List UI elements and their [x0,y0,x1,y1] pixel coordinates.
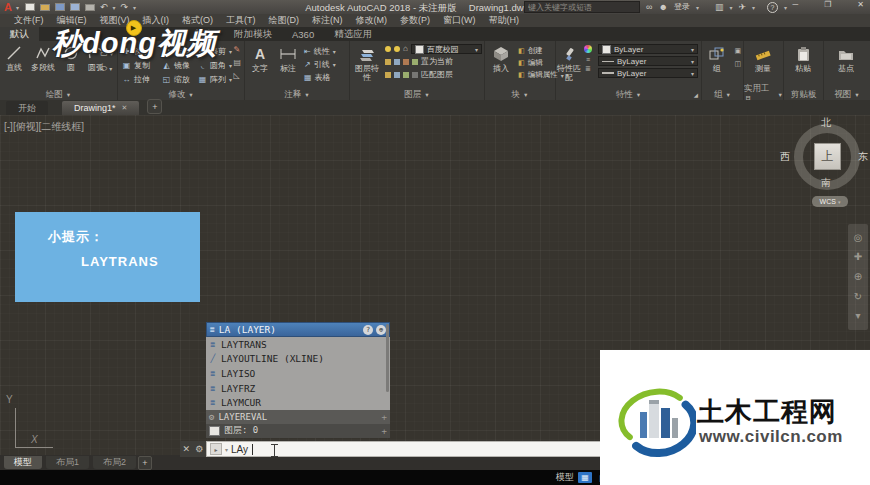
redo-icon[interactable]: ↷ [121,2,129,12]
sysvar-row-layereval[interactable]: ⚙ LAYEREVAL + [206,410,390,424]
save-as-icon[interactable] [70,3,80,11]
menu-item[interactable]: 参数(P) [400,14,430,27]
new-file-icon[interactable] [25,3,35,11]
status-model-label[interactable]: 模型 [556,471,574,484]
panel-label-block[interactable]: 块▼ [485,89,555,100]
current-layer-row[interactable]: 图层: 0 + [206,424,390,438]
ribbon-tab[interactable]: 精选应用 [324,27,382,41]
annotate-tool-button[interactable]: ⇤ 线性▾ [304,46,336,57]
layer-tool-icon-5[interactable] [385,72,391,78]
match-properties-button[interactable]: 特性匹配 [557,44,581,82]
color-dropdown[interactable]: ByLayer▾ [598,44,698,54]
erase-icon[interactable]: ✎ [233,45,241,54]
viewcube-west-label[interactable]: 西 [780,150,790,164]
undo-icon[interactable]: ↶ [100,2,108,12]
search-icon[interactable]: ∞ [646,2,652,12]
qat-dropdown-icon[interactable]: ▾ [133,4,136,11]
comm-arrow-icon[interactable]: ▾ [752,4,755,11]
layer-properties-button[interactable]: 图层特性 [352,44,382,82]
lineweight-icon[interactable]: ≣ [585,66,591,71]
panel-label-view[interactable]: 视图▼ [824,89,870,100]
layout-tab[interactable]: 布局2 [93,456,136,469]
match-layer-button[interactable]: 匹配图层 [385,69,482,80]
expand-icon-2[interactable]: + [382,426,387,436]
panel-label-group[interactable]: 组▼ [702,89,743,100]
layer-thaw-icon[interactable] [394,46,400,52]
nav-tool-icon[interactable]: ▾ [855,311,860,321]
layer-tool-icon-8[interactable] [412,72,418,78]
layer-tool-icon-1[interactable] [385,59,391,65]
autocomplete-item[interactable]: ≣ LAYISO [206,366,390,381]
measure-button[interactable]: 测量 [750,44,776,73]
annotate-tool-button[interactable]: ↗ 引线▾ [304,59,336,70]
nav-tool-icon[interactable]: ⊕ [854,272,862,282]
command-close-icon[interactable]: ✕ [183,444,191,454]
open-file-icon[interactable] [40,4,50,11]
autocomplete-selected-item[interactable]: ≣ LA (LAYER) ? ⊕ [206,322,390,337]
nav-tool-icon[interactable]: ◎ [854,233,863,243]
layout-tab[interactable]: 布局1 [46,456,89,469]
layer-tool-icon-6[interactable] [394,72,400,78]
set-current-layer-button[interactable]: 置为当前 [385,56,482,67]
command-customize-icon[interactable]: ⚙ [195,444,203,454]
ribbon-tab[interactable]: A360 [282,27,324,41]
communication-center-icon[interactable]: ✈ [738,2,746,12]
panel-label-draw[interactable]: 绘图▼ [0,89,117,100]
maximize-button[interactable]: ❐ [824,0,831,9]
layer-tool-icon-3[interactable] [403,59,409,65]
cart-icon[interactable]: ▥ [715,2,724,12]
minimize-button[interactable]: ─ [792,0,798,9]
layer-dropdown[interactable]: 百度校园 ▾ [411,44,482,54]
plot-icon[interactable] [85,4,95,11]
wcs-menu[interactable]: WCS▾ [812,196,848,207]
viewport-controls[interactable]: [-][俯视][二维线框] [4,120,84,134]
layer-tool-icon-2[interactable] [394,59,400,65]
panel-label-annotate[interactable]: 注释▼ [245,89,349,100]
tab-drawing1[interactable]: Drawing1*✕ [62,101,139,115]
ribbon-tab[interactable]: 默认 [0,27,39,41]
ellipse-tool-icon[interactable]: ⬭ ▾ [100,64,113,74]
undo-dropdown-icon[interactable]: ▾ [113,4,116,11]
modify-tool-button[interactable]: ↔ 拉伸 [122,72,162,86]
viewcube-east-label[interactable]: 东 [858,150,868,164]
recent-commands-icon[interactable]: ▾ [225,446,228,453]
help-badge-icon[interactable]: ? [363,325,373,335]
lineweight-dropdown[interactable]: ByLayer▾ [598,68,698,78]
panel-label-layers[interactable]: 图层▼ [350,89,484,100]
viewcube-south-label[interactable]: 南 [821,176,831,190]
menu-item[interactable]: 修改(M) [356,14,388,27]
base-button[interactable]: 基点 [833,44,859,73]
viewcube-top-face[interactable]: 上 [814,143,841,170]
layer-tool-icon-4[interactable] [412,59,418,65]
ribbon-tab[interactable]: 附加模块 [224,27,282,41]
app-menu-arrow-icon[interactable]: ▾ [16,4,19,11]
annotate-tool-button[interactable]: ▦ 表格 [304,72,336,83]
panel-label-clipboard[interactable]: 剪贴板 [784,89,823,100]
expand-icon[interactable]: + [382,412,387,422]
linetype-icon[interactable]: ≡ [586,57,590,62]
grid-toggle-on-icon[interactable]: ▦ [578,472,592,483]
save-icon[interactable] [55,3,65,11]
chamfer-icon[interactable]: ◺ [233,71,241,80]
panel-label-properties[interactable]: 特性▼ ◢ [556,89,701,100]
autocad-logo-icon[interactable]: A [4,1,12,13]
autocomplete-item[interactable]: ≣ LAYMCUR [206,395,390,410]
autocomplete-item[interactable]: ╱ LAYOUTLINE (XLINE) [206,352,390,367]
linetype-dropdown[interactable]: ByLayer▾ [598,56,698,66]
menu-item[interactable]: 帮助(H) [489,14,520,27]
internet-search-icon[interactable]: ⊕ [376,325,386,335]
object-color-icon[interactable] [584,45,592,53]
insert-block-button[interactable]: 插入 [488,44,514,73]
group-button[interactable]: 组 [706,44,728,73]
paste-button[interactable]: 粘贴 [791,44,815,73]
text-button[interactable]: A 文字 [248,44,272,83]
sign-in-arrow-icon[interactable]: ▾ [696,4,699,11]
new-layout-button[interactable]: + [138,456,152,470]
panel-label-modify[interactable]: 修改▼ [118,89,244,100]
layer-on-icon[interactable] [385,46,391,52]
help-icon[interactable]: ? [767,2,778,13]
menu-item[interactable]: 标注(N) [312,14,343,27]
search-input[interactable] [524,1,640,13]
autocomplete-scrollbar[interactable] [386,324,389,392]
ungroup-icon[interactable]: ▣ [734,47,741,55]
